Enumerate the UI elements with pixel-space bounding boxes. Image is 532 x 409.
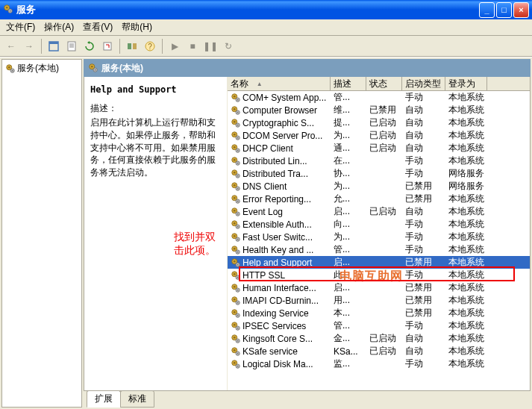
service-list: 名称 ▲ 描述 状态 启动类型 登录为 COM+ System App...管.… [228,77,530,390]
tree-panel: 服务(本地) [1,59,82,408]
service-row[interactable]: Cryptographic S...提...已启动自动本地系统 [228,116,530,129]
service-row[interactable]: DNS Client为...已禁用网络服务 [228,180,530,193]
service-row[interactable]: Event Log启...已启动自动本地系统 [228,205,530,218]
restart-service-button: ↻ [220,38,237,54]
menu-file[interactable]: 文件(F) [1,19,40,35]
description-text: 启用在此计算机上运行帮助和支持中心。如果停止服务，帮助和支持中心将不可用。如果禁… [90,116,221,179]
svg-rect-12 [133,43,137,49]
svg-rect-5 [49,42,58,44]
service-row[interactable]: DHCP Client通...已启动自动本地系统 [228,142,530,154]
minimize-button[interactable]: _ [479,2,495,18]
service-row[interactable]: COM+ System App...管...手动本地系统 [228,91,530,104]
toolbar: ← → ? ▶ ■ ❚❚ ↻ [0,36,532,57]
col-desc[interactable]: 描述 [331,77,366,90]
stop-service-button: ■ [184,38,201,54]
help-button[interactable]: ? [142,38,158,54]
service-row[interactable]: Extensible Auth...向...手动本地系统 [228,218,530,231]
tree-root-label: 服务(本地) [17,62,59,75]
service-row[interactable]: Health Key and ...管...手动本地系统 [228,243,530,256]
list-header: 名称 ▲ 描述 状态 启动类型 登录为 [228,77,530,91]
selected-service-name: Help and Support [90,84,221,95]
service-row[interactable]: Human Interface...启...已禁用本地系统 [228,281,530,294]
forward-button: → [21,38,37,54]
col-startup[interactable]: 启动类型 [402,77,445,90]
tab-extended[interactable]: 扩展 [87,390,121,408]
list-body[interactable]: COM+ System App...管...手动本地系统Computer Bro… [228,91,530,390]
maximize-button[interactable]: □ [496,2,512,18]
menu-bar: 文件(F) 操作(A) 查看(V) 帮助(H) [0,19,532,36]
app-icon [3,4,13,16]
service-row[interactable]: Help and Support启...已禁用本地系统 [228,256,530,269]
service-row[interactable]: Fast User Switc...为...手动本地系统 [228,231,530,243]
menu-view[interactable]: 查看(V) [78,19,117,35]
service-row[interactable]: IPSEC Services管...手动本地系统 [228,319,530,332]
service-row[interactable]: DCOM Server Pro...为...已启动自动本地系统 [228,129,530,142]
tree-root-services[interactable]: 服务(本地) [4,61,80,75]
window-title: 服务 [16,3,479,16]
description-label: 描述： [90,102,221,115]
description-panel: Help and Support 描述： 启用在此计算机上运行帮助和支持中心。如… [84,77,228,390]
close-button[interactable]: × [513,2,529,18]
export-button[interactable] [99,38,116,54]
service-row[interactable]: Error Reporting...允...已禁用本地系统 [228,193,530,205]
service-row[interactable]: IMAPI CD-Burnin...用...已禁用本地系统 [228,294,530,307]
properties-button[interactable] [63,38,80,54]
service-row[interactable]: Logical Disk Ma...监...手动本地系统 [228,358,530,370]
col-login[interactable]: 登录为 [445,77,487,90]
back-button: ← [3,38,19,54]
pause-service-button: ❚❚ [202,38,219,54]
col-status[interactable]: 状态 [366,77,402,90]
toolbar-btn-5[interactable] [124,38,140,54]
tab-standard[interactable]: 标准 [120,390,154,408]
service-row[interactable]: Kingsoft Core S...金...已启动自动本地系统 [228,332,530,345]
panel-header: 服务(本地) [84,59,531,77]
svg-rect-6 [68,42,75,51]
svg-rect-11 [128,43,131,49]
start-service-button: ▶ [166,38,183,54]
menu-help[interactable]: 帮助(H) [117,19,157,35]
refresh-button[interactable] [81,38,98,54]
service-row[interactable]: HTTP SSL此...手动本地系统 [228,269,530,281]
service-row[interactable]: KSafe serviceKSa...已启动自动本地系统 [228,345,530,358]
service-row[interactable]: Distributed Lin...在...手动本地系统 [228,154,530,167]
service-row[interactable]: Indexing Service本...已禁用本地系统 [228,307,530,319]
svg-text:?: ? [148,43,152,51]
service-row[interactable]: Distributed Tra...协...手动网络服务 [228,167,530,180]
service-row[interactable]: Computer Browser维...已禁用自动本地系统 [228,104,530,116]
col-name[interactable]: 名称 ▲ [228,77,331,90]
tab-strip: 扩展 标准 [84,393,531,408]
svg-rect-10 [104,43,111,50]
panel-header-title: 服务(本地) [101,62,143,75]
menu-action[interactable]: 操作(A) [40,19,78,35]
title-bar: 服务 _ □ × [0,0,532,19]
toolbar-btn-1[interactable] [46,38,62,54]
